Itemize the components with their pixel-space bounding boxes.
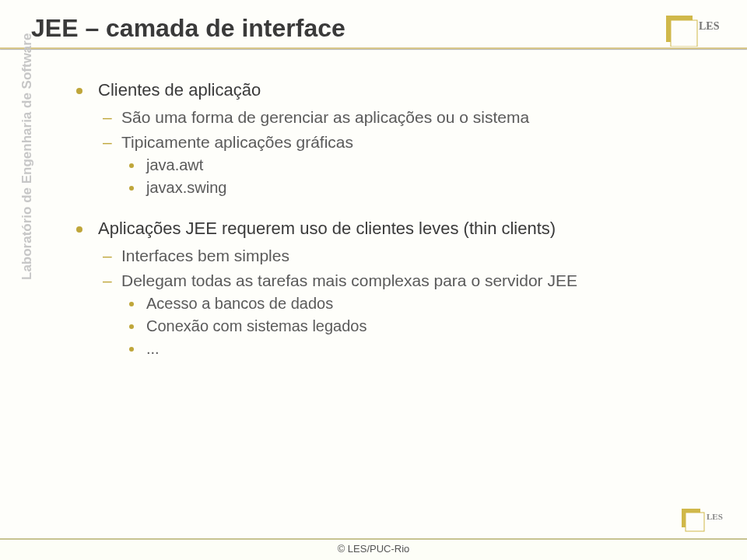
les-logo-bottom: LES [682,507,727,535]
bullet-1-sub2-text: Tipicamente aplicações gráficas [121,133,353,151]
svg-rect-1 [671,20,697,47]
bullet-1: Clientes de aplicação São uma forma de g… [76,80,716,197]
footer-bar: © LES/PUC-Rio [0,538,747,560]
les-logo-top: LES [666,12,724,47]
bullet-1-sub2: Tipicamente aplicações gráficas java.awt… [98,133,716,197]
bullet-2-sub2-text: Delegam todas as tarefas mais complexas … [121,271,577,289]
title-underline [0,47,747,49]
content-area: Clientes de aplicação São uma forma de g… [76,80,716,358]
bullet-1-sub2b: javax.swing [121,179,716,197]
bullet-1-text: Clientes de aplicação [98,80,261,100]
footer-text: © LES/PUC-Rio [338,543,410,555]
sidebar-label: Laboratório de Engenharia de Software [19,33,35,280]
bullet-1-sub1: São uma forma de gerenciar as aplicações… [98,108,716,127]
svg-text:LES: LES [699,20,720,32]
bullet-2-sub2: Delegam todas as tarefas mais complexas … [98,271,716,358]
bullet-1-sub2a: java.awt [121,156,716,174]
bullet-2-sub2b: Conexão com sistemas legados [121,317,716,335]
bullet-2: Aplicações JEE requerem uso de clientes … [76,219,716,358]
bullet-2-text: Aplicações JEE requerem uso de clientes … [98,219,556,238]
svg-text:LES: LES [707,512,723,521]
bullet-2-sub1: Interfaces bem simples [98,247,716,265]
bullet-2-sub2c: ... [121,340,716,358]
slide: LES JEE – camada de interface Laboratóri… [0,0,747,560]
bullet-2-sub2a: Acesso a bancos de dados [121,295,716,313]
slide-title: JEE – camada de interface [31,14,716,43]
svg-rect-5 [686,513,704,531]
